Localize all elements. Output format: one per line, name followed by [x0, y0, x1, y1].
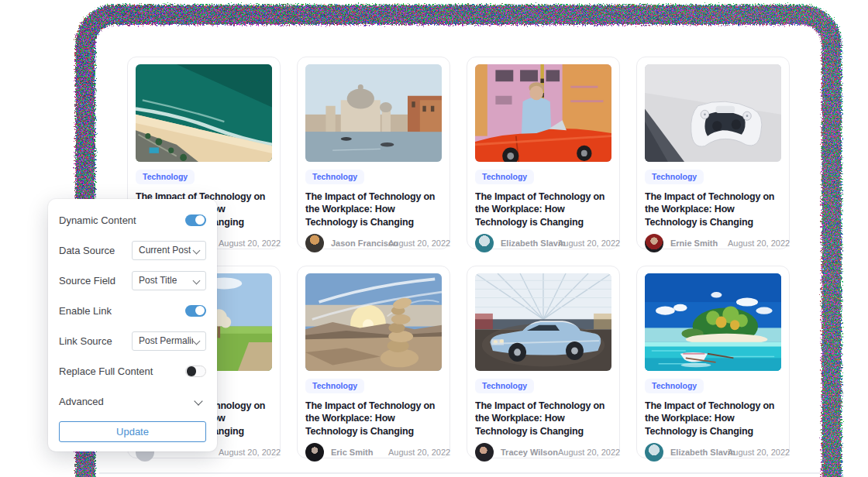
post-date: August 20, 2022 [388, 448, 450, 457]
post-card[interactable]: Technology The Impact of Technology on t… [467, 266, 620, 458]
data-source-label: Data Source [59, 245, 115, 256]
update-button[interactable]: Update [59, 421, 206, 442]
post-image-classic-car-garage [475, 273, 611, 371]
category-badge[interactable]: Technology [305, 170, 364, 184]
post-title[interactable]: The Impact of Technology on the Workplac… [475, 400, 611, 438]
post-card[interactable]: Technology The Impact of Technology on t… [467, 57, 620, 249]
post-meta: Eric Smith August 20, 2022 [305, 443, 442, 462]
post-image-stone-cairn-sunset [305, 273, 442, 371]
post-title[interactable]: The Impact of Technology on the Workplac… [645, 400, 781, 438]
post-image-beach-aerial [136, 64, 272, 162]
post-meta: Elizabeth Slavin August 20, 2022 [475, 234, 611, 252]
post-title[interactable]: The Impact of Technology on the Workplac… [475, 190, 611, 229]
row-replace-full-content: Replace Full Content [59, 361, 206, 381]
category-badge[interactable]: Technology [645, 379, 704, 393]
post-image-woman-red-car [475, 64, 611, 162]
chevron-down-icon [193, 246, 201, 254]
row-dynamic-content: Dynamic Content [59, 210, 206, 230]
post-image-tropical-island [645, 273, 781, 371]
category-badge[interactable]: Technology [136, 170, 195, 184]
link-source-select[interactable]: Post Permalink [132, 331, 206, 351]
source-field-label: Source Field [59, 275, 115, 287]
data-source-select[interactable]: Current Post [132, 241, 206, 260]
toggle-knob [195, 215, 205, 225]
enable-link-label: Enable Link [59, 305, 112, 317]
dynamic-content-panel: Dynamic Content Data Source Current Post… [48, 199, 217, 451]
replace-full-content-toggle[interactable] [185, 365, 206, 377]
author-avatar [305, 443, 324, 462]
post-card[interactable]: Technology The Impact of Technology on t… [297, 266, 450, 458]
post-date: August 20, 2022 [219, 238, 281, 248]
post-title[interactable]: The Impact of Technology on the Workplac… [645, 190, 781, 229]
post-image-venice-canal [305, 64, 442, 162]
post-meta: Ernie Smith August 20, 2022 [645, 234, 781, 252]
post-meta: Tracey Wilson August 20, 2022 [475, 443, 611, 462]
post-card[interactable]: Technology The Impact of Technology on t… [297, 57, 450, 249]
row-link-source: Link Source Post Permalink [59, 331, 206, 351]
author-avatar [645, 234, 663, 252]
replace-full-content-label: Replace Full Content [59, 365, 153, 377]
category-badge[interactable]: Technology [475, 170, 534, 184]
toggle-knob [195, 306, 205, 315]
toggle-knob [187, 366, 197, 376]
post-date: August 20, 2022 [388, 238, 450, 248]
post-card[interactable]: Technology The Impact of Technology on t… [636, 57, 790, 249]
post-title[interactable]: The Impact of Technology on the Workplac… [305, 400, 442, 438]
post-date: August 20, 2022 [558, 448, 620, 457]
category-badge[interactable]: Technology [305, 379, 364, 393]
post-date: August 20, 2022 [219, 448, 281, 457]
enable-link-toggle[interactable] [185, 305, 206, 317]
author-name: Jason Francisco [331, 238, 377, 248]
advanced-label: Advanced [59, 396, 104, 407]
dynamic-content-label: Dynamic Content [59, 214, 136, 226]
category-badge[interactable]: Technology [645, 170, 704, 184]
author-avatar [645, 443, 663, 462]
post-meta: Jason Francisco August 20, 2022 [305, 234, 442, 252]
chevron-down-icon [193, 276, 201, 284]
source-field-select[interactable]: Post Title [132, 271, 206, 290]
author-avatar [475, 234, 494, 252]
chevron-down-icon [194, 396, 202, 405]
post-date: August 20, 2022 [558, 238, 620, 248]
post-title[interactable]: The Impact of Technology on the Workplac… [305, 190, 442, 229]
row-enable-link: Enable Link [59, 300, 206, 321]
post-date: August 20, 2022 [728, 238, 790, 248]
author-name: Eric Smith [331, 448, 377, 457]
post-image-game-controller [645, 64, 781, 162]
category-badge[interactable]: Technology [475, 379, 534, 393]
row-source-field: Source Field Post Title [59, 270, 206, 290]
page: Technology The Impact of Technology on t… [0, 0, 868, 477]
author-avatar [305, 234, 324, 252]
post-card[interactable]: Technology The Impact of Technology on t… [636, 266, 790, 458]
row-data-source: Data Source Current Post [59, 240, 206, 260]
post-date: August 20, 2022 [728, 448, 790, 457]
link-source-value: Post Permalink [139, 335, 193, 346]
author-name: Tracey Wilson [501, 448, 547, 457]
author-name: Elizabeth Slavin [670, 448, 717, 457]
row-advanced[interactable]: Advanced [59, 391, 206, 411]
post-grid: Technology The Impact of Technology on t… [127, 57, 790, 458]
data-source-value: Current Post [139, 245, 191, 256]
post-meta: Elizabeth Slavin August 20, 2022 [645, 443, 781, 462]
author-avatar [475, 443, 494, 462]
chevron-down-icon [193, 337, 201, 345]
author-name: Elizabeth Slavin [501, 238, 547, 248]
author-name: Ernie Smith [670, 238, 717, 248]
dynamic-content-toggle[interactable] [185, 214, 206, 226]
link-source-label: Link Source [59, 335, 112, 347]
source-field-value: Post Title [139, 275, 177, 286]
